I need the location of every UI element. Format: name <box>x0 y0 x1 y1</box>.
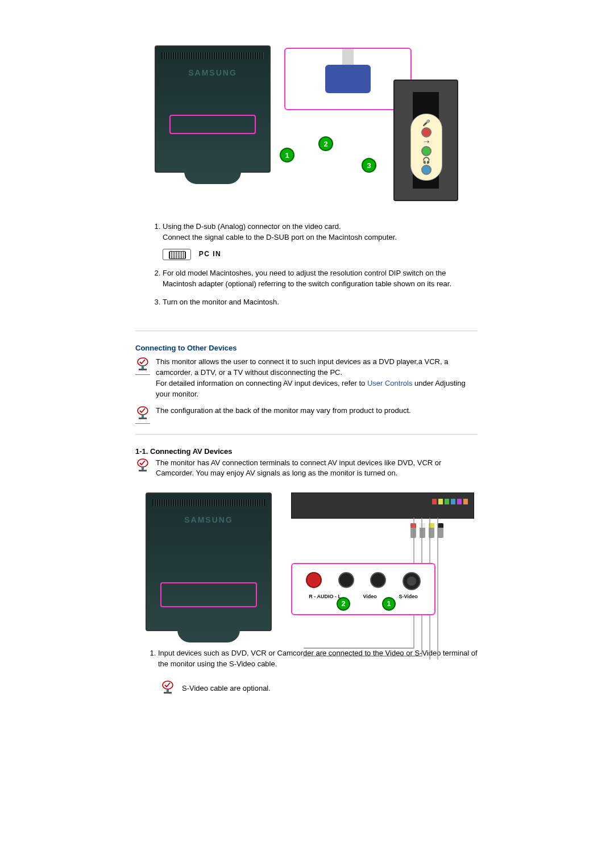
av-port-callout: R - AUDIO - L Video S-Video 1 2 <box>291 563 435 615</box>
monitor-back-illustration: SAMSUNG <box>155 45 271 173</box>
audio-l-jack <box>338 572 354 588</box>
macintosh-steps-list: Using the D-sub (Analog) connector on th… <box>135 222 478 308</box>
monitor-brand-label: SAMSUNG <box>156 68 269 77</box>
monitor-stand <box>184 172 241 184</box>
audio-jacks-callout: 🎤 ⇢ 🎧 <box>410 114 442 181</box>
label-audio-center: - AUDIO - <box>314 594 337 599</box>
av-intro-text: The monitor has AV connection terminals … <box>156 458 478 479</box>
callout-badge-1: 1 <box>280 148 294 162</box>
svg-rect-8 <box>139 470 147 471</box>
av-step-1-text: Input devices such as DVD, VCR or Camcor… <box>158 649 478 668</box>
macintosh-connection-diagram: SAMSUNG 🎤 ⇢ 🎧 <box>135 45 478 193</box>
step-3-text: Turn on the monitor and Macintosh. <box>163 298 279 306</box>
step-2: For old model Macintoshes, you need to a… <box>163 268 478 290</box>
dsub-port-label: PC IN <box>199 250 222 258</box>
vga-connector-callout <box>284 48 412 110</box>
svg-rect-7 <box>142 467 144 470</box>
svg-rect-4 <box>142 415 144 418</box>
line-out-icon: ⇢ <box>424 138 429 145</box>
info-check-icon <box>160 680 175 696</box>
label-svideo: S-Video <box>399 594 417 599</box>
vga-plug-illustration <box>325 65 371 93</box>
rca-plugs-illustration <box>410 523 473 538</box>
headphone-icon: 🎧 <box>422 157 430 164</box>
callout-badge-2: 2 <box>318 136 333 151</box>
svideo-jack <box>403 572 421 590</box>
video-jack <box>370 572 386 588</box>
callout-badge-3: 3 <box>362 158 376 173</box>
svg-rect-11 <box>164 692 172 694</box>
av-connection-diagram: SAMSUNG <box>146 493 478 631</box>
callout-badge-2: 2 <box>337 597 350 611</box>
label-audio-r: R <box>309 594 313 599</box>
divider <box>135 331 478 331</box>
monitor-stand <box>177 630 240 642</box>
av-step-1: Input devices such as DVD, VCR or Camcor… <box>158 648 478 670</box>
step-3: Turn on the monitor and Macintosh. <box>163 297 478 308</box>
section-title-other-devices: Connecting to Other Devices <box>135 344 478 352</box>
step-1: Using the D-sub (Analog) connector on th… <box>163 222 478 260</box>
info-check-icon <box>135 406 150 424</box>
divider <box>135 434 478 435</box>
user-controls-link[interactable]: User Controls <box>367 379 412 387</box>
audio-r-jack <box>306 572 322 588</box>
other-devices-note-2: The configuration at the back of the mon… <box>156 406 478 416</box>
dsub-port-icon <box>163 249 191 260</box>
svg-rect-2 <box>139 369 147 370</box>
other-devices-note-1: This monitor allows the user to connect … <box>156 357 478 399</box>
callout-badge-1: 1 <box>382 597 396 611</box>
monitor-av-port-highlight <box>160 582 257 607</box>
dvd-player-illustration <box>291 493 474 519</box>
mic-icon: 🎤 <box>422 119 430 127</box>
other-devices-note-1b-prefix: For detailed information on connecting A… <box>156 379 367 387</box>
monitor-back-illustration: SAMSUNG <box>146 493 272 631</box>
step-1-line-b: Connect the signal cable to the D-SUB po… <box>163 233 397 241</box>
monitor-brand-label: SAMSUNG <box>147 515 271 524</box>
other-devices-note-1a: This monitor allows the user to connect … <box>156 357 448 377</box>
av-steps-list: Input devices such as DVD, VCR or Camcor… <box>135 648 478 670</box>
svg-rect-1 <box>142 366 144 369</box>
step-2-text: For old model Macintoshes, you need to a… <box>163 269 451 288</box>
svg-rect-5 <box>139 418 147 419</box>
svg-rect-10 <box>167 689 169 692</box>
svideo-optional-note: S-Video cable are optional. <box>182 684 271 692</box>
monitor-port-highlight <box>169 115 256 134</box>
step-1-line-a: Using the D-sub (Analog) connector on th… <box>163 222 341 231</box>
info-check-icon <box>135 357 150 375</box>
label-video: Video <box>363 594 377 599</box>
info-check-icon <box>135 458 150 474</box>
subsection-title-av: 1-1. Connecting AV Devices <box>135 447 478 456</box>
